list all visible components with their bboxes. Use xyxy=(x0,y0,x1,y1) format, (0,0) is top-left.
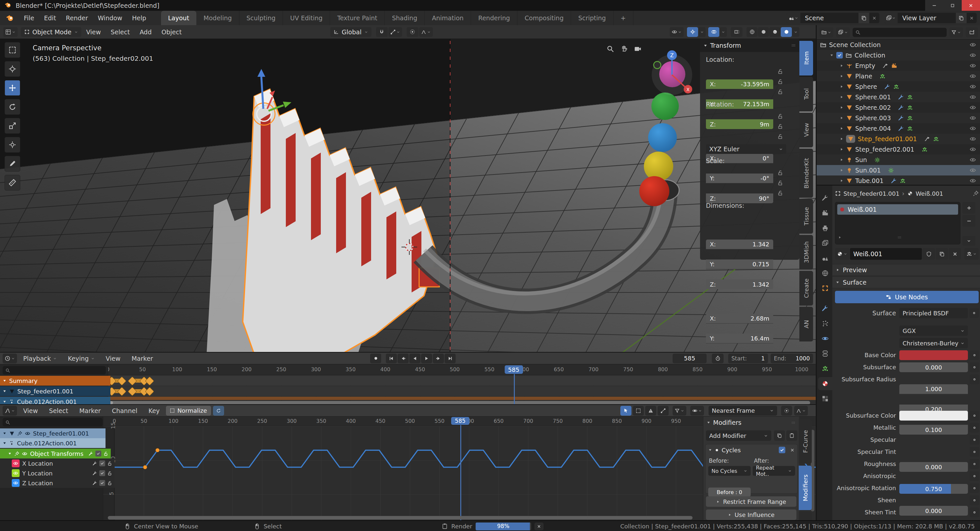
workspace-add-button[interactable]: + xyxy=(614,11,633,25)
viewport-3d[interactable]: ZXObject ModeViewSelectAddObjectGlobalCa… xyxy=(0,25,816,352)
shader-dropdown-0[interactable]: GGX xyxy=(899,325,968,336)
unlink-material-button[interactable] xyxy=(949,248,961,260)
menu-help[interactable]: Help xyxy=(127,14,151,22)
properties-tab-object-data[interactable] xyxy=(818,362,832,375)
field-animate-button[interactable] xyxy=(970,483,979,493)
auto-keyframe-toggle[interactable] xyxy=(712,354,724,364)
dope-menu-view[interactable]: View xyxy=(101,355,126,362)
field-subsurface-radius-0[interactable]: 1.000 xyxy=(899,384,968,394)
lock-toggle[interactable] xyxy=(777,169,786,177)
lock-toggle[interactable] xyxy=(777,132,786,141)
fcurve-plot[interactable] xyxy=(0,417,816,521)
before-count-field[interactable]: Before : 0 xyxy=(708,488,751,497)
transform-location-z[interactable]: Z:9m xyxy=(706,119,773,129)
transform-dimensions-x[interactable]: X:2.68m xyxy=(706,314,773,324)
playhead-frame-pill[interactable]: 585 xyxy=(505,365,523,374)
copy-modifiers-button[interactable] xyxy=(774,431,785,441)
after-mode-dropdown[interactable]: Repeat Mot.. xyxy=(752,466,795,476)
channel-mute-checkbox[interactable] xyxy=(99,461,105,466)
transport-key-prev-button[interactable] xyxy=(398,354,409,364)
graph-falloff-button[interactable] xyxy=(794,406,808,416)
normalize-auto-button[interactable] xyxy=(213,406,224,416)
field-animate-button[interactable] xyxy=(970,471,979,481)
visibility-dropdown[interactable] xyxy=(670,27,684,37)
tool-measure-button[interactable] xyxy=(5,175,20,190)
visibility-eye-toggle[interactable] xyxy=(970,156,976,163)
field-animate-button[interactable] xyxy=(970,495,979,505)
before-mode-dropdown[interactable]: No Cycles xyxy=(708,466,751,476)
graph-menu-marker[interactable]: Marker xyxy=(75,407,106,415)
tool-scale-button[interactable] xyxy=(5,118,20,134)
lock-toggle[interactable] xyxy=(777,189,786,198)
visibility-eye-toggle[interactable] xyxy=(970,41,976,48)
field-animate-button[interactable] xyxy=(970,447,979,457)
close-button[interactable] xyxy=(962,0,980,11)
graph-menu-view[interactable]: View xyxy=(18,407,43,415)
tri-right-icon[interactable] xyxy=(840,158,843,162)
modifier-delete-button[interactable] xyxy=(790,448,795,453)
field-subsurface-radius-2[interactable]: 0.100 xyxy=(899,425,968,435)
channel-color-eye[interactable] xyxy=(12,469,20,477)
transport-play-button[interactable] xyxy=(421,354,432,364)
transform-dimensions-y[interactable]: Y:16.4m xyxy=(706,333,773,343)
use-nodes-button[interactable]: Use Nodes xyxy=(835,291,979,303)
viewport-scene[interactable]: ZX xyxy=(0,25,816,352)
tri-right-icon[interactable] xyxy=(840,74,843,78)
properties-tab-scene[interactable] xyxy=(818,252,832,265)
section-preview[interactable]: Preview xyxy=(832,264,980,276)
visibility-eye-toggle[interactable] xyxy=(970,62,976,69)
modifier-enable-checkbox[interactable] xyxy=(779,447,785,453)
snap-toggle[interactable] xyxy=(376,27,388,37)
dope-menu-playback[interactable]: Playback xyxy=(18,355,62,362)
dope-channel-0[interactable]: Summary xyxy=(0,376,110,386)
graph-tab-f-curve[interactable]: F-Curve xyxy=(799,419,812,464)
properties-tab-constraints[interactable] xyxy=(818,347,832,360)
shading-solid-button[interactable] xyxy=(758,27,769,37)
overlays-dropdown[interactable] xyxy=(720,27,727,37)
pivot-point-button[interactable] xyxy=(690,406,704,416)
scene-selector-type-button[interactable] xyxy=(787,13,800,23)
snap-mode-dropdown[interactable]: Nearest Frame xyxy=(708,406,777,416)
proportional-toggle[interactable] xyxy=(407,27,418,37)
viewport-menu-view[interactable]: View xyxy=(81,29,106,36)
use-influence-button[interactable]: Use Influence xyxy=(706,509,796,520)
outliner-row[interactable]: Sphere xyxy=(817,81,980,92)
collection-checkbox[interactable] xyxy=(836,52,843,59)
tool-cursor-button[interactable] xyxy=(5,61,20,77)
graph-editor-type-button[interactable] xyxy=(3,406,17,416)
tri-down-icon[interactable] xyxy=(830,53,834,57)
current-frame-field[interactable]: 585 xyxy=(673,354,706,364)
field-animate-button[interactable] xyxy=(970,435,979,445)
properties-tab-physics[interactable] xyxy=(818,332,832,345)
outliner-row[interactable]: Sphere.001 xyxy=(817,92,980,102)
add-modifier-dropdown[interactable]: Add Modifier xyxy=(706,431,771,441)
properties-tab-output[interactable] xyxy=(818,222,832,234)
dope-menu-keying[interactable]: Keying xyxy=(63,355,100,362)
paste-modifiers-button[interactable] xyxy=(786,431,797,441)
tool-move-button[interactable] xyxy=(5,80,20,96)
graph-filter-button[interactable] xyxy=(673,406,686,416)
view-layer-selector-unlink-button[interactable] xyxy=(967,13,977,23)
viewport-menu-select[interactable]: Select xyxy=(106,29,135,36)
transport-skip-end-button[interactable] xyxy=(445,354,456,364)
dope-search-input[interactable] xyxy=(3,366,106,375)
n-tab-create[interactable]: Create xyxy=(799,271,813,306)
tri-right-icon[interactable] xyxy=(840,126,843,131)
cycles-modifier-header[interactable]: Cycles xyxy=(706,445,797,456)
scene-selector-unlink-button[interactable] xyxy=(869,13,880,23)
visibility-eye-toggle[interactable] xyxy=(970,83,976,90)
properties-tab-tool[interactable] xyxy=(818,191,832,204)
lock-toggle[interactable] xyxy=(777,122,786,131)
graph-menu-select[interactable]: Select xyxy=(44,407,73,415)
graph-channel-1[interactable]: Cube.012Action.001 xyxy=(0,438,105,448)
shading-rendered-button[interactable] xyxy=(781,27,792,37)
workspace-tab-modeling[interactable]: Modeling xyxy=(196,11,239,25)
sidebar-modifiers-header[interactable]: Modifiers xyxy=(703,417,799,428)
transform-scale-y[interactable]: Y:0.715 xyxy=(706,260,773,269)
outliner-row[interactable]: Scene Collection xyxy=(817,40,980,50)
lock-toggle[interactable] xyxy=(777,88,786,96)
outliner-row[interactable]: Empty xyxy=(817,61,980,71)
graph-menu-key[interactable]: Key xyxy=(143,407,164,415)
channel-color-eye[interactable] xyxy=(12,459,20,467)
material-name-field[interactable]: Weiß.001 xyxy=(850,248,922,260)
